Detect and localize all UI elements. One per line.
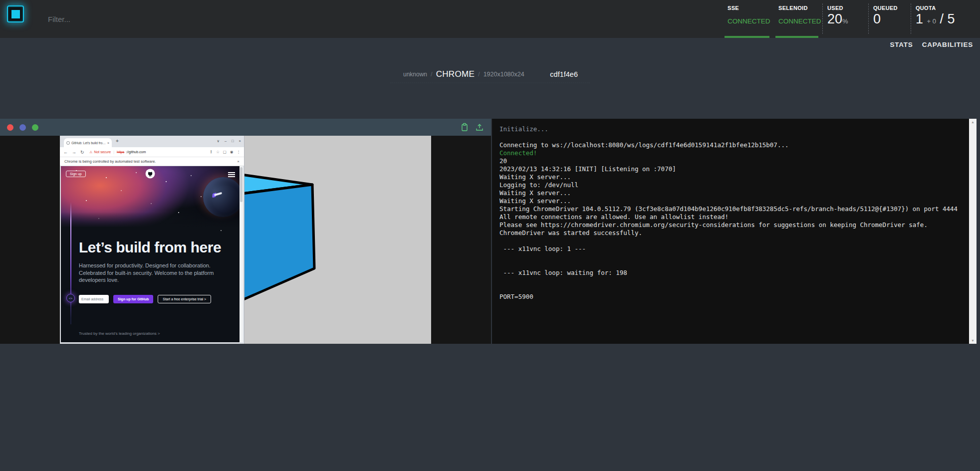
infobar-close-icon[interactable]: × [237, 159, 240, 164]
log-line: Waiting X server... [499, 189, 962, 197]
log-line: ChromeDriver was started successfully. [499, 229, 962, 237]
log-output: Initialize...Connecting to ws://localhos… [492, 119, 969, 344]
log-line: PORT=5900 [499, 293, 962, 301]
tab-search-icon[interactable]: ∨ [217, 139, 220, 143]
log-line [499, 285, 962, 293]
bookmark-icon[interactable]: ☆ [216, 150, 220, 154]
back-icon[interactable]: ← [63, 150, 68, 155]
share-icon[interactable]: ↥ [210, 150, 213, 154]
fullscreen-button[interactable] [32, 124, 38, 131]
selenoid-label: SELENOID [778, 5, 822, 11]
browser-tab[interactable]: GitHub: Let's build from her... × [64, 138, 112, 147]
sse-label: SSE [728, 5, 773, 11]
quota-value: 1 + 0 / 5 [916, 11, 974, 27]
vnc-screen[interactable]: GitHub: Let's build from her... × + ∨ – … [60, 136, 431, 344]
session-screen-resolution: 1920x1080x24 [484, 71, 524, 78]
used-unit: % [842, 17, 848, 25]
separator: / [431, 70, 433, 78]
clipboard-icon[interactable] [460, 123, 469, 132]
log-line: Please see https://chromedriver.chromium… [499, 221, 962, 229]
separator: / [478, 70, 480, 78]
enterprise-trial-button[interactable]: Start a free enterprise trial > [158, 295, 211, 303]
log-line [499, 253, 962, 261]
window-controls: ∨ – □ × [217, 139, 241, 143]
vnc-panel: GitHub: Let's build from her... × + ∨ – … [0, 119, 491, 344]
used-label: USED [827, 5, 868, 11]
browser-tabbar: GitHub: Let's build from her... × + ∨ – … [60, 136, 244, 147]
quota-pending: + 0 [927, 17, 936, 25]
selenoid-status: CONNECTED [778, 17, 822, 25]
session-browser-version: unknown [403, 71, 427, 78]
trusted-by-link[interactable]: Trusted by the world’s leading organizat… [79, 331, 160, 336]
forward-icon[interactable]: → [72, 150, 76, 155]
browser-window: GitHub: Let's build from her... × + ∨ – … [60, 136, 244, 344]
log-line [499, 237, 962, 245]
signup-github-button[interactable]: Sign up for GitHub [113, 295, 153, 303]
log-line: Connected! [499, 149, 962, 157]
avatar-icon[interactable]: ◉ [230, 150, 234, 154]
queued-value: 0 [873, 11, 911, 27]
github-logo-icon[interactable] [145, 168, 156, 179]
session-id-link[interactable]: cdf1f4e6 [550, 70, 578, 78]
used-value: 20% [827, 11, 868, 27]
divider: | [113, 150, 114, 154]
close-button[interactable] [7, 124, 13, 131]
reload-icon[interactable]: ↻ [80, 150, 84, 155]
filter-input[interactable] [39, 0, 318, 38]
quota-label: QUOTA [916, 5, 974, 11]
planet [203, 177, 240, 217]
address-bar: ← → ↻ ⚠ Not secure | https ://github.com… [60, 147, 244, 157]
scroll-up-icon[interactable]: ▲ [969, 120, 977, 124]
log-line: Waiting X server... [499, 173, 962, 181]
minimize-button[interactable] [19, 124, 26, 131]
stat-quota: QUOTA 1 + 0 / 5 [911, 0, 974, 38]
log-line [499, 261, 962, 269]
top-header: SSE CONNECTED SELENOID CONNECTED USED 20… [0, 0, 980, 38]
new-tab-button[interactable]: + [116, 138, 119, 144]
warning-icon: ⚠ [90, 150, 93, 154]
menu-icon[interactable]: ⋮ [237, 150, 241, 154]
maximize-icon[interactable]: □ [232, 139, 234, 143]
stat-used: USED 20% [822, 0, 868, 38]
extensions-icon[interactable]: ▢ [223, 150, 227, 154]
selenoid-ui: SSE CONNECTED SELENOID CONNECTED USED 20… [0, 0, 980, 471]
log-line: --- x11vnc loop: waiting for: 198 [499, 269, 962, 277]
url-field[interactable]: ⚠ Not secure | https ://github.com [90, 150, 146, 154]
email-field[interactable] [79, 295, 109, 303]
hamburger-menu-icon[interactable] [228, 172, 235, 178]
log-line: 2023/02/13 14:32:16 [INIT] [Listening on… [499, 165, 962, 173]
vnc-titlebar [0, 119, 491, 136]
log-line [499, 133, 962, 141]
log-line: All remote connections are allowed. Use … [499, 213, 962, 221]
log-line: 20 [499, 157, 962, 165]
log-scrollbar[interactable]: ▲ ▼ [969, 119, 977, 344]
upload-icon[interactable] [475, 123, 484, 132]
tab-close-icon[interactable]: × [107, 141, 109, 145]
scroll-down-icon[interactable]: ▼ [969, 339, 977, 342]
addressbar-actions: ↥ ☆ ▢ ◉ ⋮ [210, 150, 241, 154]
hero-subtext: Harnessed for productivity. Designed for… [79, 262, 228, 284]
session-browser-name: CHROME [436, 69, 475, 79]
url-scheme: https [117, 150, 124, 154]
log-line: --- x11vnc loop: 1 --- [499, 245, 962, 253]
hero-heading: Let’s build from here [79, 239, 221, 256]
session-log-panel: Initialize...Connecting to ws://localhos… [492, 119, 977, 344]
tab-stats[interactable]: STATS [890, 41, 913, 48]
app-logo-icon[interactable] [7, 5, 24, 22]
page-scrollbar-thumb[interactable] [240, 167, 243, 202]
minimize-icon[interactable]: – [225, 139, 227, 143]
close-icon[interactable]: × [239, 139, 241, 143]
tab-title: GitHub: Let's build from her... [71, 141, 106, 145]
github-signup-nav-button[interactable]: Sign up [66, 171, 86, 177]
logo-square [11, 10, 20, 18]
sse-status: CONNECTED [728, 17, 773, 25]
page-scrollbar[interactable] [240, 166, 243, 342]
header-stats: SSE CONNECTED SELENOID CONNECTED USED 20… [723, 0, 974, 38]
automation-infobar: Chrome is being controlled by automated … [60, 157, 244, 166]
session-row[interactable]: unknown / CHROME / 1920x1080x24 cdf1f4e6 [390, 66, 590, 83]
log-line: Logging to: /dev/null [499, 181, 962, 189]
stat-selenoid: SELENOID CONNECTED [773, 0, 822, 38]
git-branch-line [70, 202, 71, 324]
tab-capabilities[interactable]: CAPABILITIES [922, 41, 973, 48]
favicon-icon [66, 141, 70, 145]
